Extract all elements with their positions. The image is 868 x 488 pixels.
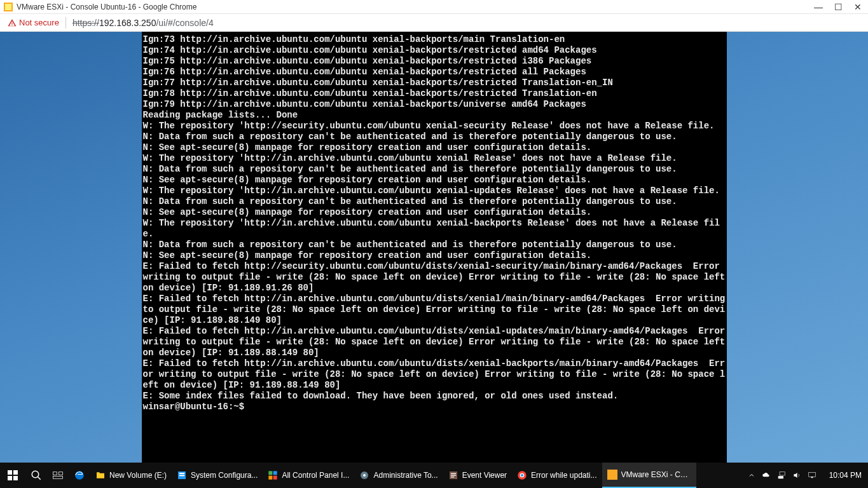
vm-console[interactable]: Ign:73 http://in.archive.ubuntu.com/ubun… (142, 32, 727, 463)
taskbar-item-label: All Control Panel I... (282, 471, 349, 480)
svg-rect-14 (179, 475, 184, 476)
svg-rect-13 (179, 473, 184, 474)
tray-chevron-icon[interactable] (748, 471, 755, 479)
taskbar-item-admintools[interactable]: Administrative To... (354, 463, 443, 488)
svg-rect-2 (8, 470, 12, 475)
svg-rect-5 (13, 476, 18, 480)
svg-rect-23 (451, 475, 456, 475)
url-display[interactable]: https://192.168.3.250/ui/#/console/4 (72, 18, 214, 28)
svg-rect-28 (607, 470, 617, 480)
taskbar-item-label: VMware ESXi - Co... (621, 470, 691, 479)
svg-rect-8 (53, 472, 57, 475)
taskbar-item-label: Error while updati... (531, 471, 596, 480)
window-titlebar: VMware ESXi - Console Ubuntu-16 - Google… (0, 0, 868, 14)
folder-icon (95, 470, 106, 480)
svg-rect-9 (59, 472, 63, 475)
page-content: Ign:73 http://in.archive.ubuntu.com/ubun… (0, 32, 868, 463)
close-button[interactable]: ✕ (854, 2, 862, 12)
svg-rect-30 (780, 472, 785, 475)
svg-rect-29 (778, 476, 783, 478)
svg-line-7 (38, 477, 41, 480)
taskbar-item-chrome-error[interactable]: Error while updati... (512, 463, 602, 488)
maximize-button[interactable]: ☐ (834, 2, 843, 12)
not-secure-indicator[interactable]: Not secure (8, 18, 59, 27)
url-host: 192.168.3.250 (99, 18, 156, 28)
address-bar: Not secure https://192.168.3.250/ui/#/co… (0, 14, 868, 32)
svg-point-6 (32, 471, 39, 478)
svg-rect-1 (5, 4, 11, 10)
sysconfig-icon (177, 470, 187, 480)
controlpanel-icon (268, 470, 278, 480)
window-title: VMware ESXi - Console Ubuntu-16 - Google… (17, 3, 814, 11)
svg-rect-17 (269, 476, 273, 480)
taskbar: New Volume (E:) System Configura... All … (0, 463, 868, 488)
not-secure-label: Not secure (19, 18, 59, 27)
taskbar-item-label: Event Viewer (462, 471, 507, 480)
svg-point-27 (521, 474, 523, 477)
taskbar-item-sysconfig[interactable]: System Configura... (172, 463, 263, 488)
system-tray[interactable] (741, 471, 823, 480)
taskbar-item-label: Administrative To... (373, 471, 437, 480)
taskbar-item-controlpanel[interactable]: All Control Panel I... (263, 463, 354, 488)
taskbar-clock[interactable]: 10:04 PM (823, 471, 868, 480)
svg-rect-10 (53, 477, 63, 479)
minimize-button[interactable]: — (814, 2, 823, 12)
svg-rect-24 (451, 477, 454, 477)
svg-rect-15 (269, 471, 273, 475)
tray-onedrive-icon[interactable] (762, 471, 771, 480)
chrome-icon (517, 470, 527, 480)
taskbar-item-eventviewer[interactable]: Event Viewer (443, 463, 512, 488)
svg-rect-31 (808, 472, 815, 477)
taskbar-item-explorer[interactable]: New Volume (E:) (90, 463, 172, 488)
address-separator (65, 17, 66, 29)
svg-point-20 (363, 474, 366, 477)
svg-rect-4 (8, 476, 12, 480)
task-view-button[interactable] (47, 463, 69, 488)
vmware-icon (607, 470, 617, 480)
tray-action-center-icon[interactable] (808, 471, 816, 480)
url-scheme: https:// (72, 18, 99, 28)
tray-volume-icon[interactable] (792, 471, 801, 480)
svg-rect-3 (13, 470, 18, 475)
taskbar-item-label: System Configura... (191, 471, 258, 480)
taskbar-item-label: New Volume (E:) (109, 471, 167, 480)
svg-rect-18 (273, 476, 277, 480)
eventviewer-icon (448, 470, 458, 480)
url-path: /ui/#/console/4 (156, 18, 213, 28)
search-button[interactable] (25, 463, 47, 488)
svg-rect-16 (273, 471, 277, 475)
vmware-favicon (4, 3, 13, 11)
admintools-icon (359, 470, 369, 480)
taskbar-item-vmware[interactable]: VMware ESXi - Co... (602, 463, 696, 488)
tray-network-icon[interactable] (777, 471, 786, 480)
edge-button[interactable] (69, 463, 90, 488)
start-button[interactable] (0, 463, 25, 488)
svg-rect-22 (451, 473, 456, 474)
